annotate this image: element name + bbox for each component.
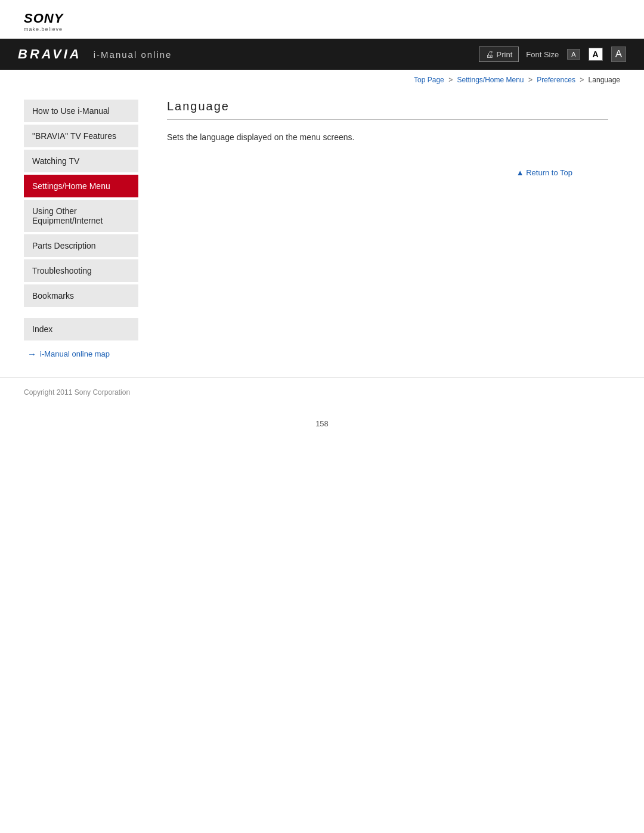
sony-tagline: make.believe xyxy=(24,26,63,32)
nav-bar-title: i-Manual online xyxy=(94,49,172,60)
copyright-text: Copyright 2011 Sony Corporation xyxy=(24,388,130,397)
font-size-large-button[interactable]: A xyxy=(611,47,626,62)
printer-icon: 🖨 xyxy=(485,49,494,59)
sidebar: How to Use i-Manual "BRAVIA" TV Features… xyxy=(0,88,143,371)
sidebar-item-using-other-equipment[interactable]: Using Other Equipment/Internet xyxy=(24,200,138,232)
nav-bar: BRAVIA i-Manual online 🖨 Print Font Size… xyxy=(0,39,644,70)
sidebar-map-link-label: i-Manual online map xyxy=(40,349,110,358)
sony-logo: SONY make.believe xyxy=(24,11,620,32)
return-top-bar: Return to Top xyxy=(167,162,608,183)
sidebar-item-how-to-use[interactable]: How to Use i-Manual xyxy=(24,100,138,122)
sidebar-item-settings-home-menu[interactable]: Settings/Home Menu xyxy=(24,175,138,197)
page-number: 158 xyxy=(0,407,644,434)
sidebar-item-parts-description[interactable]: Parts Description xyxy=(24,234,138,257)
sidebar-item-index[interactable]: Index xyxy=(24,318,138,340)
sidebar-item-troubleshooting[interactable]: Troubleshooting xyxy=(24,259,138,282)
breadcrumb-preferences[interactable]: Preferences xyxy=(537,76,575,84)
sidebar-map-link[interactable]: → i-Manual online map xyxy=(27,349,143,359)
sony-logo-text: SONY xyxy=(24,11,63,26)
sidebar-spacer xyxy=(24,309,143,318)
sidebar-item-bravia-tv-features[interactable]: "BRAVIA" TV Features xyxy=(24,125,138,147)
print-button[interactable]: 🖨 Print xyxy=(479,47,519,62)
breadcrumb-top-page[interactable]: Top Page xyxy=(414,76,444,84)
nav-bar-left: BRAVIA i-Manual online xyxy=(18,47,172,62)
breadcrumb-language: Language xyxy=(589,76,620,84)
content-area: Language Sets the language displayed on … xyxy=(143,88,644,371)
main-layout: How to Use i-Manual "BRAVIA" TV Features… xyxy=(0,88,644,371)
print-label: Print xyxy=(497,50,513,59)
sidebar-item-watching-tv[interactable]: Watching TV xyxy=(24,150,138,172)
breadcrumb-settings-home-menu[interactable]: Settings/Home Menu xyxy=(457,76,524,84)
page-description: Sets the language displayed on the menu … xyxy=(167,131,608,144)
font-size-label: Font Size xyxy=(526,50,559,59)
sidebar-item-bookmarks[interactable]: Bookmarks xyxy=(24,284,138,307)
font-size-medium-button[interactable]: A xyxy=(589,48,603,61)
breadcrumb: Top Page > Settings/Home Menu > Preferen… xyxy=(0,70,644,88)
nav-bar-right: 🖨 Print Font Size A A A xyxy=(479,47,626,62)
return-to-top-link[interactable]: Return to Top xyxy=(516,168,572,177)
bravia-logo: BRAVIA xyxy=(18,47,82,62)
font-size-small-button[interactable]: A xyxy=(567,49,580,60)
page-title: Language xyxy=(167,100,608,120)
arrow-right-icon: → xyxy=(27,349,36,359)
top-bar: SONY make.believe xyxy=(0,0,644,39)
footer: Copyright 2011 Sony Corporation xyxy=(0,377,644,407)
